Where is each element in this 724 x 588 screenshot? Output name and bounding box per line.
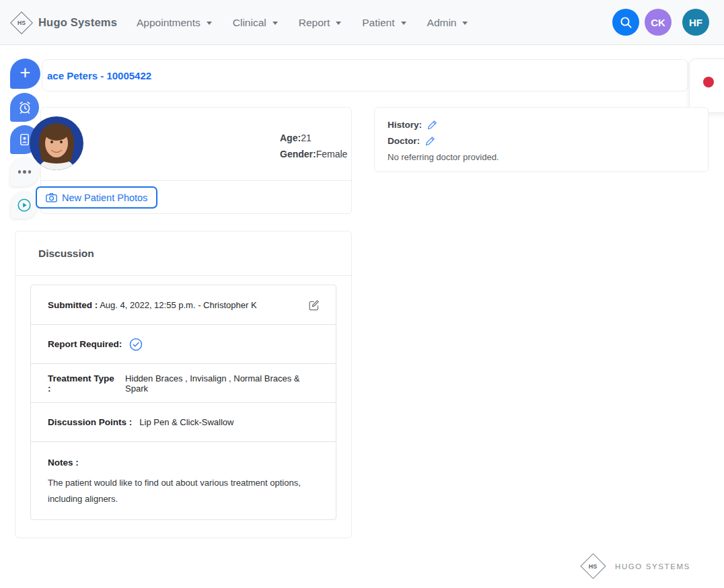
recording-dot-icon — [703, 77, 714, 87]
nav-patient-label: Patient — [362, 17, 394, 29]
chevron-down-icon — [401, 22, 406, 25]
chevron-down-icon — [273, 22, 278, 25]
footer: HS HUGO SYSTEMS — [580, 553, 690, 579]
doctor-label: Doctor: — [388, 136, 420, 146]
patient-photo-image — [30, 116, 83, 170]
discussion-points-value: Lip Pen & Click-Swallow — [139, 417, 233, 427]
brand-name: Hugo Systems — [38, 16, 117, 29]
user-avatar-ck[interactable]: CK — [645, 9, 672, 36]
gender-value: Female — [316, 149, 348, 159]
nav-admin[interactable]: Admin — [427, 17, 468, 29]
edit-pencil-icon — [427, 120, 437, 130]
edit-doctor-button[interactable] — [425, 136, 435, 146]
edit-discussion-button[interactable] — [308, 299, 320, 311]
edit-note-icon — [308, 299, 320, 311]
discussion-detail-box: Submitted : Aug. 4, 2022, 12:55 p.m. - C… — [30, 285, 336, 520]
search-button[interactable] — [612, 9, 639, 36]
doctor-line: Doctor: — [388, 133, 697, 149]
treatment-type-label: Treatment Type : — [48, 373, 118, 394]
navbar-right: CK HF — [612, 9, 709, 36]
submitted-value: Aug. 4, 2022, 12:55 p.m. - Christopher K — [100, 300, 256, 310]
referral-card: History: Doctor: No referring doctor pro… — [374, 107, 709, 172]
hugo-logo-icon: HS — [10, 11, 33, 34]
edit-pencil-icon — [425, 136, 435, 146]
user-avatar-hf[interactable]: HF — [682, 9, 709, 36]
age-line: Age:21 — [280, 130, 347, 146]
age-label: Age: — [280, 133, 301, 143]
navbar: HS Hugo Systems Appointments Clinical Re… — [0, 0, 724, 45]
submitted-row: Submitted : Aug. 4, 2022, 12:55 p.m. - C… — [31, 285, 336, 324]
new-patient-photos-button[interactable]: New Patient Photos — [36, 186, 157, 209]
nav-patient[interactable]: Patient — [362, 17, 406, 29]
hugo-logo-icon: HS — [580, 553, 606, 579]
report-required-label: Report Required: — [48, 339, 122, 349]
play-button[interactable] — [11, 192, 38, 219]
discussion-points-row: Discussion Points : Lip Pen & Click-Swal… — [31, 402, 336, 441]
new-patient-photos-label: New Patient Photos — [62, 192, 147, 203]
nav-appointments[interactable]: Appointments — [137, 17, 212, 29]
main-nav: Appointments Clinical Report Patient Adm… — [137, 0, 468, 45]
chevron-down-icon — [462, 22, 468, 25]
treatment-type-value: Hidden Braces , Invisalign , Normal Brac… — [125, 373, 320, 394]
edit-history-button[interactable] — [427, 120, 437, 130]
search-icon — [620, 16, 632, 29]
alarm-button[interactable] — [10, 93, 39, 122]
alarm-icon — [17, 100, 32, 115]
camera-icon — [46, 192, 57, 203]
notes-text: The patient would like to find out about… — [48, 475, 322, 507]
discussion-header: Discussion — [15, 231, 351, 276]
nav-clinical-label: Clinical — [233, 17, 266, 29]
submitted-label: Submitted : — [48, 300, 98, 310]
check-circle-icon — [129, 338, 143, 351]
patient-name-and-id[interactable]: ace Peters - 10005422 — [47, 70, 151, 81]
history-label: History: — [388, 120, 422, 130]
submitted-text: Submitted : Aug. 4, 2022, 12:55 p.m. - C… — [48, 300, 257, 310]
gender-line: Gender:Female — [280, 146, 347, 162]
nav-appointments-label: Appointments — [137, 17, 201, 29]
more-actions-button[interactable] — [10, 157, 39, 186]
discussion-points-label: Discussion Points : — [48, 417, 132, 427]
notes-row: Notes : The patient would like to find o… — [31, 441, 336, 519]
report-required-row: Report Required: — [31, 324, 336, 363]
history-line: History: — [388, 116, 697, 133]
add-button[interactable]: + — [10, 59, 40, 89]
patient-info-card: Age:21 Gender:Female New Patient Photos — [40, 107, 352, 214]
chevron-down-icon — [336, 22, 341, 25]
discussion-card: Discussion Submitted : Aug. 4, 2022, 12:… — [15, 231, 352, 538]
patient-demographics: Age:21 Gender:Female — [280, 130, 347, 162]
brand[interactable]: HS Hugo Systems — [9, 0, 117, 45]
patient-header-card: ace Peters - 10005422 — [42, 59, 688, 91]
no-referring-doctor-text: No referring doctor provided. — [388, 149, 697, 165]
gender-label: Gender: — [280, 149, 316, 159]
footer-brand: HUGO SYSTEMS — [615, 562, 690, 571]
nav-clinical[interactable]: Clinical — [233, 17, 278, 29]
notes-label: Notes : — [48, 457, 79, 468]
discussion-title: Discussion — [38, 248, 94, 260]
treatment-type-row: Treatment Type : Hidden Braces , Invisal… — [31, 363, 336, 402]
nav-admin-label: Admin — [427, 17, 457, 29]
page: HS Hugo Systems Appointments Clinical Re… — [0, 0, 724, 588]
plus-icon: + — [20, 64, 31, 82]
nav-report-label: Report — [299, 17, 330, 29]
more-icon — [18, 170, 32, 174]
notification-panel[interactable] — [689, 59, 724, 113]
age-value: 21 — [301, 133, 312, 143]
chevron-down-icon — [207, 22, 212, 25]
divider — [41, 180, 351, 181]
nav-report[interactable]: Report — [299, 17, 342, 29]
play-icon — [17, 198, 32, 213]
patient-photo[interactable] — [30, 116, 83, 170]
